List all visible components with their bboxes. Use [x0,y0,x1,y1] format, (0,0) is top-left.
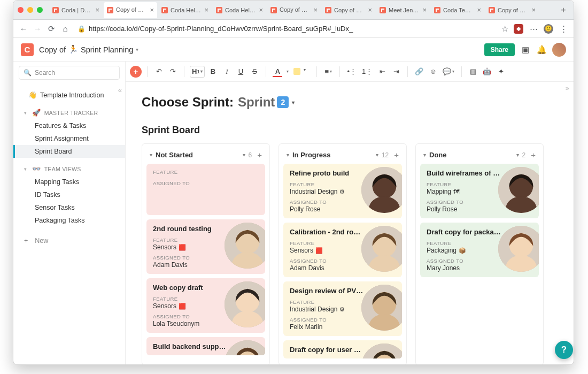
reload-button[interactable]: ⟳ [47,24,56,34]
collapse-right-icon[interactable]: » [566,84,569,92]
browser-tab[interactable]: Copy of 🏃 S× [104,2,157,18]
browser-tab[interactable]: Copy of 🗂 B× [485,2,539,18]
packs-button[interactable]: ✦ [495,66,507,78]
column-header[interactable]: ▾Done▾2+ [420,148,539,164]
close-tab-icon[interactable]: × [259,6,263,14]
sidebar-item-sprint-board[interactable]: Sprint Board [13,145,125,158]
close-window[interactable] [18,7,24,13]
document-canvas[interactable]: Choose Sprint: Sprint 2 ▾ Sprint Board ▾… [126,82,574,364]
close-tab-icon[interactable]: × [204,6,208,14]
add-card-button[interactable]: + [394,150,399,159]
browser-tab[interactable]: Coda | Design× [49,2,103,18]
text-color-button[interactable]: A [272,66,283,78]
sidebar-item-id[interactable]: ID Tasks [13,188,125,201]
sidebar-header-master[interactable]: 🚀 MASTER TRACKER [13,106,125,119]
underline-button[interactable]: U [235,66,246,78]
coda-logo-icon[interactable]: C [21,43,34,56]
outdent-button[interactable]: ⇤ [376,66,388,78]
card-template[interactable]: FEATUREASSIGNED TO [146,164,265,215]
add-card-button[interactable]: + [257,150,262,159]
collapse-column-icon[interactable]: ▾ [423,152,426,158]
bold-button[interactable]: B [207,66,219,78]
column-header[interactable]: ▾Not Started▾6+ [146,148,265,164]
present-icon[interactable]: ▣ [520,45,531,55]
number-list-button[interactable]: 1⋮ [360,66,374,78]
address-bar[interactable]: 🔒 https://coda.io/d/Copy-of-Sprint-Plann… [74,25,496,33]
close-tab-icon[interactable]: × [150,6,154,14]
comment-button[interactable]: 💬▾ [441,66,456,78]
sidebar-search[interactable]: 🔍 Search [19,66,120,80]
collapse-column-icon[interactable]: ▾ [150,152,152,158]
redo-button[interactable]: ↷ [167,66,179,78]
notifications-icon[interactable]: 🔔 [536,45,547,55]
browser-tab[interactable]: Copy of 📘 U× [267,2,321,18]
help-fab[interactable]: ? [555,341,573,359]
sidebar-item-packaging[interactable]: Packaging Tasks [13,214,125,227]
column-header[interactable]: ▾In Progress▾12+ [283,148,402,164]
close-tab-icon[interactable]: × [477,6,481,14]
profile-avatar-icon[interactable]: 🙂 [544,24,553,34]
heading-button[interactable]: H1▾ [190,66,205,78]
sidebar-header-team[interactable]: 👓 TEAM VIEWS [13,162,125,175]
layout-button[interactable]: ▥ [467,66,479,78]
sidebar-item-features-tasks[interactable]: Features & Tasks [13,119,125,132]
doc-title[interactable]: Copy of 🏃 Sprint Planning ▾ [39,45,138,54]
board-card[interactable]: Design review of PVT unitFEATUREIndustri… [283,281,402,336]
browser-tab[interactable]: Meet Jenny ○× [376,2,430,18]
board-card[interactable]: Web copy draftFEATURESensors 🟥ASSIGNED T… [146,278,265,333]
close-tab-icon[interactable]: × [95,6,99,14]
automations-button[interactable]: 🤖 [481,66,493,78]
browser-tab[interactable]: Coda Help – F× [213,2,266,18]
indent-button[interactable]: ⇥ [390,66,402,78]
home-button[interactable]: ⌂ [60,24,70,33]
close-tab-icon[interactable]: × [313,6,318,14]
close-tab-icon[interactable]: × [531,6,536,14]
align-button[interactable]: ≡▾ [322,66,334,78]
italic-button[interactable]: I [221,66,233,78]
column-menu-icon[interactable]: ▾ [376,152,378,158]
ext-dots-icon[interactable]: ⋯ [529,24,538,34]
sidebar-template-intro[interactable]: 👋 Template Introduction [13,88,125,102]
browser-tab[interactable]: Copy of Kanba× [322,2,375,18]
minimize-window[interactable] [27,7,33,13]
forward-button[interactable]: → [33,24,42,33]
favicon-icon [434,7,440,13]
browser-tab[interactable]: Coda Templa× [431,2,484,18]
strike-button[interactable]: S [249,66,260,78]
column-title: In Progress [292,151,373,159]
sidebar-item-sensor[interactable]: Sensor Tasks [13,201,125,214]
close-tab-icon[interactable]: × [368,6,372,14]
board-card[interactable]: Draft copy for user man… [283,340,402,358]
sprint-selector[interactable]: Sprint 2 ▾ [238,95,295,110]
share-button[interactable]: Share [484,43,515,56]
link-button[interactable]: 🔗 [413,66,425,78]
close-tab-icon[interactable]: × [422,6,427,14]
favicon-icon [325,7,331,13]
add-card-button[interactable]: + [531,150,536,159]
highlight-button[interactable] [291,66,303,78]
emoji-button[interactable]: ☺ [427,66,439,78]
sidebar-item-sprint-assignment[interactable]: Sprint Assignment [13,132,125,145]
sidebar-item-mapping[interactable]: Mapping Tasks [13,175,125,188]
new-tab-button[interactable]: + [558,4,569,16]
browser-tab[interactable]: Coda Help – F× [158,2,212,18]
board-card[interactable]: Draft copy for packagingFEATUREPackaging… [420,223,539,277]
star-button[interactable]: ☆ [500,24,509,34]
board-card[interactable]: Build backend support … [146,337,265,355]
zoom-window[interactable] [37,7,43,13]
board-card[interactable]: Calibration - 2nd roundFEATURESensors 🟥A… [283,223,402,277]
browser-menu-icon[interactable]: ⋮ [559,24,568,34]
board-card[interactable]: Build wireframes of iOS…FEATUREMapping 🗺… [420,164,539,218]
board-card[interactable]: 2nd round testingFEATURESensors 🟥ASSIGNE… [146,219,265,274]
bullet-list-button[interactable]: •⋮ [345,66,358,78]
sidebar-new[interactable]: + New [13,234,125,247]
undo-button[interactable]: ↶ [153,66,165,78]
collapse-column-icon[interactable]: ▾ [287,152,289,158]
back-button[interactable]: ← [19,24,28,33]
user-avatar[interactable] [552,43,566,57]
column-menu-icon[interactable]: ▾ [243,152,245,158]
ext-shield-icon[interactable]: ◆ [514,24,523,34]
column-menu-icon[interactable]: ▾ [516,152,519,158]
board-card[interactable]: Refine proto buildFEATUREIndustrial Desi… [283,164,402,218]
insert-button[interactable]: + [130,66,142,78]
